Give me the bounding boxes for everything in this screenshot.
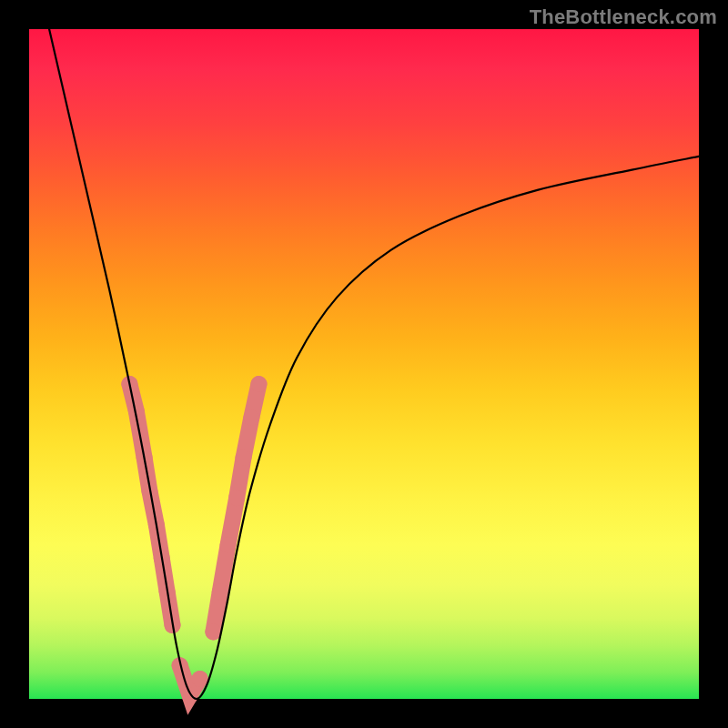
right-bead <box>220 537 237 553</box>
bottom-bead <box>182 687 198 703</box>
right-bead <box>243 410 259 426</box>
right-bead <box>228 490 245 506</box>
plot-area <box>29 29 699 699</box>
bead-group <box>121 376 267 703</box>
watermark-text: TheBottleneck.com <box>530 5 717 29</box>
bottleneck-curve <box>49 29 699 699</box>
right-bead <box>236 450 252 466</box>
chart-frame: TheBottleneck.com <box>0 0 728 728</box>
curve-svg <box>29 29 699 699</box>
right-bead <box>212 583 228 600</box>
right-bead <box>250 376 267 392</box>
bottom-bead <box>192 671 208 687</box>
